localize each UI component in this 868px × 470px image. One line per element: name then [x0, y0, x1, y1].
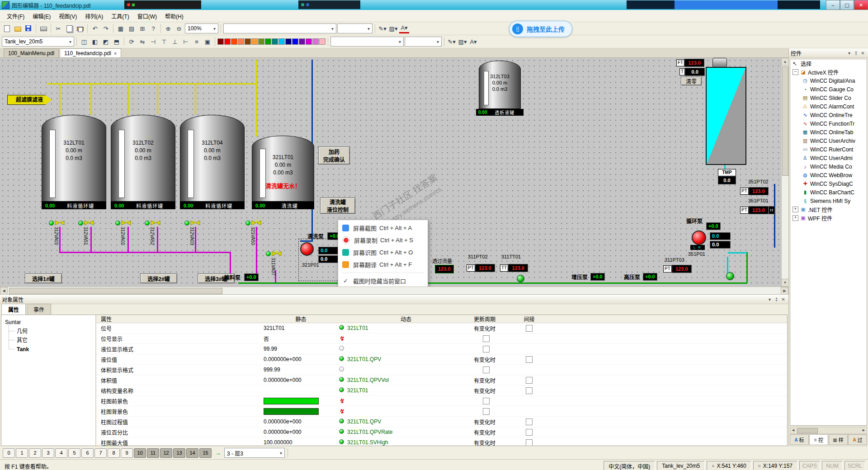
palette-swatch[interactable] [278, 38, 285, 45]
reset-zero-button[interactable]: 清零 [681, 77, 702, 85]
tab-properties[interactable]: 属性 [1, 304, 26, 315]
valve-312VA03[interactable]: 312VA03 [184, 220, 205, 253]
close-button[interactable]: ✕ [854, 0, 868, 10]
tree-item-select[interactable]: ↖ 选择 [790, 59, 867, 68]
layer-button[interactable]: 13 [173, 448, 185, 458]
valve-312VA51[interactable]: 312VA51 [78, 220, 99, 253]
palette-swatch[interactable] [245, 38, 251, 45]
property-row[interactable]: 柱图过程值 0.000000e+000 321LT01.QPV [96, 417, 787, 427]
layer-button[interactable]: 2 [29, 448, 41, 458]
tank-bottom-bar[interactable]: 0.00 透析液罐 [476, 109, 524, 116]
menu-item[interactable]: 帮助(H) [161, 10, 188, 22]
indirect-checkbox[interactable] [526, 356, 533, 363]
layer-up-icon[interactable]: ◫ [79, 37, 89, 47]
control-item[interactable]: ▮ WinCC BarChartC [790, 188, 867, 197]
indirect-checkbox[interactable] [483, 367, 490, 373]
tank-321LT01[interactable]: 321LT01 0.00 m 0.00 m3 清洗罐无水！ [252, 136, 314, 202]
palette-swatch[interactable] [238, 38, 244, 45]
tab-100-mainmenu[interactable]: 100_MainMenu.pdl [4, 48, 59, 57]
property-row[interactable]: 液位显示格式 99.99 [96, 344, 787, 354]
hp-pump-speed[interactable]: +0.0 [643, 273, 657, 281]
tmp-value[interactable]: 0.0 [718, 176, 736, 184]
circ-pump-flow[interactable]: 0.0 [710, 232, 731, 240]
indirect-checkbox[interactable] [483, 335, 490, 342]
indirect-checkbox[interactable] [526, 429, 533, 436]
scroll-left-icon[interactable]: ◀ [790, 428, 796, 432]
dynamic-state-icon[interactable] [338, 346, 345, 352]
layer-button[interactable]: 7 [94, 448, 107, 458]
property-row[interactable]: 位号显示 否 [96, 334, 787, 344]
upload-dropzone[interactable]: ⣿ 拖拽至此上传 [509, 21, 572, 37]
scroll-right-icon[interactable]: ▶ [781, 287, 788, 295]
dynamic-state-icon[interactable] [338, 418, 345, 425]
indirect-checkbox[interactable] [526, 377, 533, 384]
tree-group-activex[interactable]: − ◪ ActiveX 控件 [790, 68, 867, 76]
layer-combo[interactable]: 3 - 层3 [224, 448, 285, 458]
group-icon[interactable]: ◩ [101, 37, 111, 47]
meter-T[interactable]: T 0.0 [679, 68, 705, 75]
palette-swatch[interactable] [258, 38, 264, 45]
property-row[interactable]: 位号 321LT01 321LT01 有变化时 [96, 323, 787, 334]
panel-close-icon[interactable]: ✕ [859, 51, 866, 56]
dynamic-state-icon[interactable] [338, 439, 345, 446]
control-item[interactable]: ⚠ WinCC AlarmCont [790, 102, 867, 111]
dynamic-state-icon[interactable] [338, 429, 345, 435]
snap-icon[interactable]: ▤ [127, 24, 137, 33]
maximize-button[interactable]: ▢ [840, 0, 854, 10]
control-item[interactable]: ♙ WinCC UserAdmi [790, 154, 867, 162]
tree-group-net[interactable]: + ▣ .NET 控件 [790, 205, 867, 214]
flow-meter-value[interactable]: 123.0 [435, 265, 454, 273]
layer-button[interactable]: 3 [42, 448, 54, 458]
menu-item[interactable]: 排列(A) [81, 10, 107, 22]
layer-button[interactable]: 8 [108, 448, 120, 458]
select-tank1-button[interactable]: 选择1#罐 [25, 273, 62, 283]
drawing-canvas[interactable]: 西门子社区 找答案 industry.siemens.com/cs 超滤膜滤液 … [0, 58, 781, 287]
context-menu-item[interactable]: 屏幕识图Ctrl + Alt + O [338, 246, 428, 258]
palette-swatch[interactable] [306, 38, 312, 45]
palette-swatch[interactable] [292, 38, 298, 45]
palette-swatch[interactable] [251, 38, 258, 45]
dynamic-state-icon[interactable] [338, 408, 345, 415]
prop-tree-item[interactable]: Tank [5, 345, 95, 354]
property-row[interactable]: 柱图前景色 [96, 396, 787, 406]
layer-button[interactable]: 14 [186, 448, 198, 458]
palette-swatch[interactable] [312, 38, 319, 45]
palette-swatch[interactable] [224, 38, 231, 45]
rotate-icon[interactable]: ⟳ [127, 37, 137, 47]
brush-dropdown-icon[interactable]: ▨▾ [458, 37, 467, 47]
indirect-checkbox[interactable] [483, 398, 490, 404]
object-combo[interactable] [223, 24, 336, 33]
indirect-checkbox[interactable] [526, 387, 533, 394]
size-combo[interactable] [337, 24, 373, 33]
layer-button[interactable]: 9 [121, 448, 133, 458]
context-menu-item[interactable]: 屏幕录制Ctrl + Alt + S [338, 234, 428, 246]
menu-item[interactable]: 工具(T) [107, 10, 133, 22]
layer-button[interactable]: 11 [147, 448, 159, 458]
zoom-combo[interactable]: 100% [185, 24, 218, 33]
palette-swatch[interactable] [265, 38, 271, 45]
tank-312LT03[interactable]: 312LT03 0.00 m 0.0 m3 [479, 61, 521, 109]
scroll-right-icon[interactable]: ▶ [861, 428, 867, 432]
meter-351PT02[interactable]: PT 123.0 [740, 187, 769, 195]
tank-bottom-bar[interactable]: 0.00 料液循环罐 [180, 202, 245, 209]
paste-icon[interactable] [75, 24, 85, 33]
line-style-icon[interactable]: ✎▾ [377, 24, 387, 33]
property-row[interactable]: 液位百分比 0.000000e+000 321LT01.QPVRate [96, 427, 787, 437]
title-bar[interactable]: 图形编辑器 - 110_feedandcip.pdl – ▢ ✕ [0, 0, 868, 10]
meter-311PT02[interactable]: PT 123.0 [467, 264, 495, 272]
line-width-combo[interactable] [330, 37, 404, 47]
valve-321VA50[interactable]: 321VA50 [245, 220, 266, 253]
palette-swatch[interactable] [217, 38, 224, 45]
flow-label[interactable]: 超滤膜滤液 [7, 95, 52, 105]
panel-tab[interactable]: ≡ 控 [809, 434, 828, 445]
control-item[interactable]: ▭ WinCC RulerCont [790, 145, 867, 154]
layer-down-icon[interactable]: ◧ [90, 37, 100, 47]
tab-110-feedandcip[interactable]: 110_feedandcip.pdl× [60, 48, 121, 57]
layer-button[interactable]: 1 [16, 448, 28, 458]
layer-button[interactable]: 12 [160, 448, 172, 458]
dynamic-state-icon[interactable] [338, 335, 345, 342]
meter-351PT01[interactable]: PT 123.0 H [740, 206, 775, 214]
menu-item[interactable]: 窗口(W) [133, 10, 161, 22]
layer-button[interactable]: 15 [199, 448, 212, 458]
indirect-checkbox[interactable] [526, 325, 533, 332]
